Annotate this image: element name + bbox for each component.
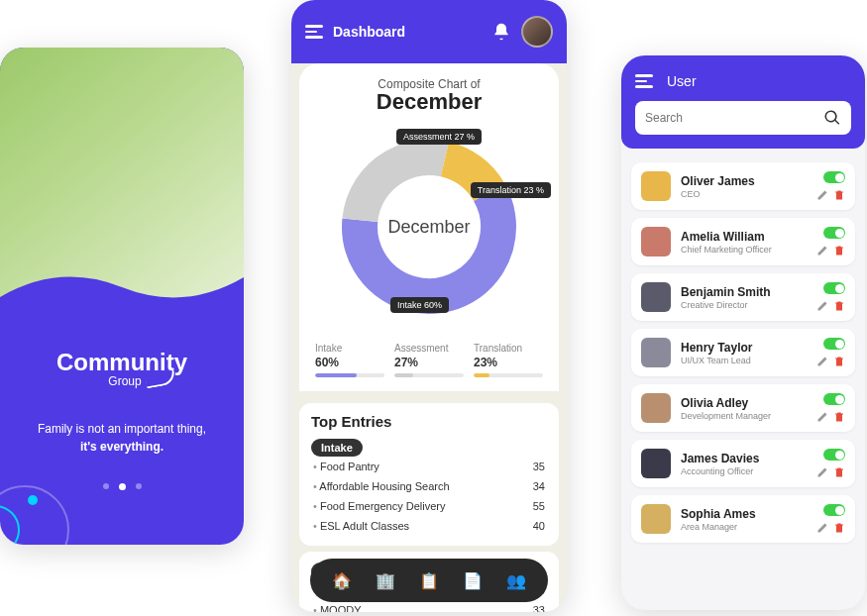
active-toggle[interactable] xyxy=(823,171,845,183)
search-input[interactable] xyxy=(645,111,823,125)
stat-translation: Translation23% xyxy=(474,343,543,377)
edit-icon[interactable] xyxy=(816,466,828,478)
entry-name: Food Emergency Delivery xyxy=(313,500,445,512)
user-name: Henry Taylor xyxy=(681,341,807,355)
active-toggle[interactable] xyxy=(823,338,845,350)
delete-icon[interactable] xyxy=(833,411,845,423)
page-title: Dashboard xyxy=(333,24,482,40)
avatar[interactable] xyxy=(521,16,553,48)
user-role: Creative Director xyxy=(681,300,807,310)
delete-icon[interactable] xyxy=(833,522,845,534)
label-intake: Intake 60% xyxy=(390,297,449,313)
delete-icon[interactable] xyxy=(833,189,845,201)
user-list: Oliver JamesCEOAmelia WilliamChief Marke… xyxy=(621,149,865,557)
edit-icon[interactable] xyxy=(816,411,828,423)
user-role: Chief Marketing Officer xyxy=(681,245,807,255)
dashboard-screen: Dashboard Composite Chart of December De… xyxy=(291,0,567,612)
edit-icon[interactable] xyxy=(816,522,828,534)
user-role: Development Manager xyxy=(681,411,807,421)
page-title: User xyxy=(667,73,697,89)
top-entries-title: Top Entries xyxy=(311,413,547,430)
menu-icon[interactable] xyxy=(635,74,653,88)
tagline-1: Family is not an important thing, xyxy=(20,420,224,438)
entry-count: 34 xyxy=(533,480,545,492)
chart-month: December xyxy=(311,89,547,115)
dot-3[interactable] xyxy=(136,483,142,489)
stats-row: Intake60%Assessment27%Translation23% xyxy=(311,343,547,377)
decorative-circles xyxy=(0,475,69,545)
avatar xyxy=(641,338,671,367)
delete-icon[interactable] xyxy=(833,466,845,478)
avatar xyxy=(641,227,671,257)
nav-clipboard-icon[interactable]: 📋 xyxy=(418,569,440,591)
entry-name: Food Pantry xyxy=(313,461,379,472)
user-card[interactable]: Henry TaylorUI/UX Team Lead xyxy=(631,329,855,376)
entry-count: 33 xyxy=(533,604,545,612)
hero-photo xyxy=(0,48,244,325)
stat-value: 27% xyxy=(394,356,464,369)
user-role: Accounting Officer xyxy=(681,466,807,476)
dot-2[interactable] xyxy=(119,483,126,490)
avatar xyxy=(641,504,671,534)
edit-icon[interactable] xyxy=(816,245,828,257)
user-card[interactable]: Benjamin SmithCreative Director xyxy=(631,273,855,321)
entry-row: Food Pantry35 xyxy=(311,457,547,476)
user-card[interactable]: Amelia WilliamChief Marketing Officer xyxy=(631,218,855,265)
edit-icon[interactable] xyxy=(816,300,828,312)
menu-icon[interactable] xyxy=(305,25,323,39)
user-name: Oliver James xyxy=(681,174,807,188)
stat-label: Assessment xyxy=(394,343,464,354)
nav-users-icon[interactable]: 👥 xyxy=(505,569,527,591)
edit-icon[interactable] xyxy=(816,356,828,367)
bottom-nav: 🏠 🏢 📋 📄 👥 xyxy=(310,559,548,602)
nav-document-icon[interactable]: 📄 xyxy=(462,569,484,591)
entry-count: 40 xyxy=(533,520,545,532)
stat-label: Intake xyxy=(315,343,384,354)
user-card[interactable]: James DaviesAccounting Officer xyxy=(631,440,855,487)
user-header: User xyxy=(621,55,865,149)
avatar xyxy=(641,282,671,312)
stat-label: Translation xyxy=(474,343,543,354)
avatar xyxy=(641,449,671,478)
stat-value: 60% xyxy=(315,356,384,369)
label-translation: Translation 23 % xyxy=(471,182,551,198)
intake-chip: Intake xyxy=(311,439,363,457)
active-toggle[interactable] xyxy=(823,504,845,516)
search-icon[interactable] xyxy=(823,109,841,127)
user-role: Area Manager xyxy=(681,522,807,532)
dot-1[interactable] xyxy=(103,483,109,489)
stat-value: 23% xyxy=(474,356,543,369)
user-name: Sophia Ames xyxy=(681,507,807,521)
entry-row: Food Emergency Delivery55 xyxy=(311,496,547,516)
delete-icon[interactable] xyxy=(833,245,845,257)
tagline-2: it's everything. xyxy=(20,438,224,456)
user-name: James Davies xyxy=(681,452,807,465)
user-card[interactable]: Olivia AdleyDevelopment Manager xyxy=(631,384,855,432)
top-entries-card: Top Entries Intake Food Pantry35Affordab… xyxy=(299,403,559,546)
active-toggle[interactable] xyxy=(823,227,845,239)
donut-chart: December Assessment 27 % Translation 23 … xyxy=(325,123,533,331)
user-name: Olivia Adley xyxy=(681,396,807,410)
active-toggle[interactable] xyxy=(823,393,845,405)
user-card[interactable]: Oliver JamesCEO xyxy=(631,162,855,210)
active-toggle[interactable] xyxy=(823,282,845,294)
logo-main: Community xyxy=(20,349,224,376)
search-box[interactable] xyxy=(635,101,851,135)
nav-home-icon[interactable]: 🏠 xyxy=(331,569,353,591)
edit-icon[interactable] xyxy=(816,189,828,201)
stat-intake: Intake60% xyxy=(315,343,384,377)
entry-name: ESL Adult Classes xyxy=(313,520,409,532)
avatar xyxy=(641,171,671,201)
entry-count: 55 xyxy=(533,500,545,512)
entry-name: MOODY xyxy=(313,604,361,612)
bell-icon[interactable] xyxy=(491,22,511,42)
label-assessment: Assessment 27 % xyxy=(396,129,482,145)
delete-icon[interactable] xyxy=(833,356,845,367)
entry-row: ESL Adult Classes40 xyxy=(311,516,547,536)
user-card[interactable]: Sophia AmesArea Manager xyxy=(631,495,855,543)
delete-icon[interactable] xyxy=(833,300,845,312)
stat-assessment: Assessment27% xyxy=(394,343,464,377)
nav-building-icon[interactable]: 🏢 xyxy=(375,569,396,591)
splash-screen: Community Group Family is not an importa… xyxy=(0,48,244,545)
active-toggle[interactable] xyxy=(823,449,845,461)
